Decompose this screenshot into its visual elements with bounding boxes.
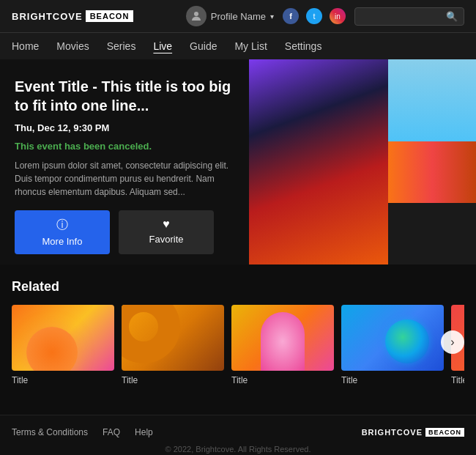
thumbnail-4: [341, 305, 444, 371]
event-title: Event Title - This title is too big to f…: [15, 77, 234, 115]
list-item[interactable]: Title: [12, 305, 114, 385]
footer: Terms & Conditions FAQ Help BRIGHTCOVE B…: [0, 415, 476, 455]
item-title-1: Title: [12, 375, 114, 385]
svg-point-0: [194, 12, 198, 16]
header: BRIGHTCOVE BEACON Profile Name ▾ f t in …: [0, 0, 476, 33]
favorite-button[interactable]: ♥ Favorite: [119, 210, 214, 254]
footer-copyright: © 2022, Brightcove. All Rights Reserved.: [12, 445, 464, 454]
hero-section: Event Title - This title is too big to f…: [0, 59, 476, 265]
thumbnail-2: [122, 305, 224, 371]
list-item[interactable]: Title: [341, 305, 444, 385]
event-date: Thu, Dec 12, 9:30 PM: [15, 122, 234, 133]
list-item[interactable]: Title: [122, 305, 224, 385]
more-info-button[interactable]: ⓘ More Info: [15, 210, 110, 254]
event-status: This event has been canceled.: [15, 141, 234, 152]
thumbnail-3: [231, 305, 334, 371]
search-bar: 🔍: [354, 7, 464, 26]
heart-icon: ♥: [163, 218, 170, 231]
list-item[interactable]: Title: [231, 305, 334, 385]
item-title-4: Title: [341, 375, 444, 385]
twitter-icon[interactable]: t: [306, 8, 322, 24]
footer-links: Terms & Conditions FAQ Help: [12, 427, 153, 437]
social-icons: f t in: [283, 8, 346, 24]
nav-item-live[interactable]: Live: [153, 40, 172, 52]
search-input[interactable]: [361, 11, 442, 21]
footer-top: Terms & Conditions FAQ Help BRIGHTCOVE B…: [12, 427, 464, 437]
instagram-icon[interactable]: in: [330, 8, 346, 24]
nav-item-movies[interactable]: Movies: [56, 40, 89, 52]
thumbnail-1: [12, 305, 114, 371]
footer-logo-brightcove-text: BRIGHTCOVE: [362, 428, 423, 437]
logo-brightcove-text: BRIGHTCOVE: [12, 11, 83, 22]
header-right: Profile Name ▾ f t in 🔍: [186, 6, 464, 26]
nav-item-guide[interactable]: Guide: [190, 40, 217, 52]
footer-logo: BRIGHTCOVE BEACON: [362, 428, 464, 437]
event-description: Lorem ipsum dolor sit amet, consectetur …: [15, 159, 234, 199]
footer-logo-beacon-text: BEACON: [425, 428, 464, 437]
favorite-label: Favorite: [149, 234, 184, 245]
more-info-label: More Info: [42, 236, 83, 247]
profile-avatar-icon: [186, 6, 207, 26]
footer-link-terms[interactable]: Terms & Conditions: [12, 427, 88, 437]
hero-image-right: [388, 59, 476, 265]
logo-beacon-text: BEACON: [86, 10, 134, 22]
nav-item-home[interactable]: Home: [12, 40, 39, 52]
chevron-down-icon: ▾: [270, 12, 274, 21]
profile-area[interactable]: Profile Name ▾: [186, 6, 274, 26]
related-section: Related Title Title Title: [0, 265, 476, 400]
footer-link-help[interactable]: Help: [135, 427, 153, 437]
related-title: Related: [12, 279, 464, 295]
hero-image-left: [249, 59, 388, 265]
nav-item-series[interactable]: Series: [107, 40, 136, 52]
logo: BRIGHTCOVE BEACON: [12, 10, 133, 22]
item-title-5: Title: [451, 375, 464, 385]
hero-content: Event Title - This title is too big to f…: [0, 59, 249, 265]
info-icon: ⓘ: [56, 218, 68, 233]
nav-item-settings[interactable]: Settings: [285, 40, 322, 52]
nav-item-mylist[interactable]: My List: [234, 40, 267, 52]
related-carousel: Title Title Title Title Title: [12, 305, 464, 385]
item-title-2: Title: [122, 375, 224, 385]
carousel-next-button[interactable]: ›: [441, 330, 464, 354]
main-nav: Home Movies Series Live Guide My List Se…: [0, 33, 476, 59]
profile-name-text: Profile Name: [211, 11, 266, 22]
hero-images: [249, 59, 476, 265]
facebook-icon[interactable]: f: [283, 8, 299, 24]
item-title-3: Title: [231, 375, 334, 385]
footer-link-faq[interactable]: FAQ: [103, 427, 120, 437]
search-icon[interactable]: 🔍: [446, 11, 458, 22]
hero-buttons: ⓘ More Info ♥ Favorite: [15, 210, 234, 254]
